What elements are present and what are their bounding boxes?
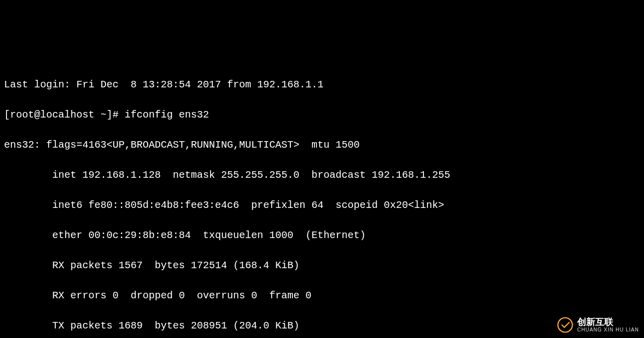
svg-point-0: [558, 318, 573, 332]
watermark-cn-text: 创新互联: [577, 317, 639, 327]
terminal-output[interactable]: Last login: Fri Dec 8 13:28:54 2017 from…: [4, 62, 640, 338]
watermark-en-text: CHUANG XIN HU LIAN: [577, 327, 639, 332]
ifconfig-inet6: inet6 fe80::805d:e4b8:fee3:e4c6 prefixle…: [4, 198, 640, 213]
command-text: ifconfig ens32: [125, 109, 209, 121]
ifconfig-rx-packets: RX packets 1567 bytes 172514 (168.4 KiB): [4, 258, 640, 273]
ifconfig-ether: ether 00:0c:29:8b:e8:84 txqueuelen 1000 …: [4, 228, 640, 243]
watermark-text: 创新互联 CHUANG XIN HU LIAN: [577, 317, 639, 333]
ifconfig-rx-errors: RX errors 0 dropped 0 overruns 0 frame 0: [4, 288, 640, 303]
watermark-icon: [557, 317, 573, 333]
prompt-line-1: [root@localhost ~]# ifconfig ens32: [4, 107, 640, 123]
ifconfig-inet: inet 192.168.1.128 netmask 255.255.255.0…: [4, 168, 640, 183]
ifconfig-tx-packets: TX packets 1689 bytes 208951 (204.0 KiB): [4, 318, 640, 333]
prompt-text: [root@localhost ~]#: [4, 109, 125, 121]
last-login-line: Last login: Fri Dec 8 13:28:54 2017 from…: [4, 77, 640, 92]
ifconfig-flags: ens32: flags=4163<UP,BROADCAST,RUNNING,M…: [4, 138, 640, 153]
watermark-logo: 创新互联 CHUANG XIN HU LIAN: [557, 317, 639, 333]
